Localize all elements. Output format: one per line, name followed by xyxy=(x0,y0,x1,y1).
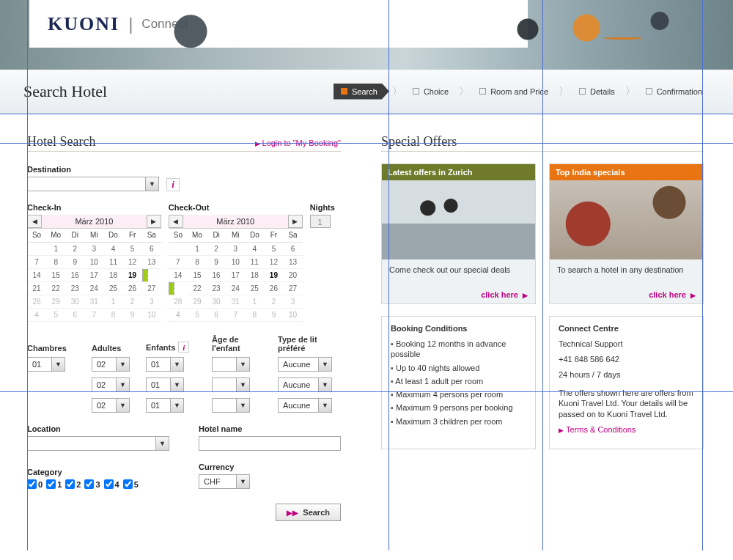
check-in-day[interactable]: 8 xyxy=(46,255,65,268)
check-in-day[interactable]: 7 xyxy=(84,309,103,322)
check-in-day[interactable]: 18 xyxy=(103,268,122,282)
check-out-day[interactable]: 7 xyxy=(226,309,245,322)
check-out-day[interactable]: 11 xyxy=(245,255,264,268)
check-out-day[interactable]: 1 xyxy=(245,295,264,309)
check-out-day[interactable]: 8 xyxy=(245,309,264,322)
category-star-3-checkbox[interactable] xyxy=(84,479,94,489)
check-out-prev-month[interactable]: ◀ xyxy=(169,215,183,228)
check-out-day[interactable]: 20 xyxy=(283,268,302,281)
bed-type-select[interactable]: Aucune▼ xyxy=(278,377,332,392)
check-in-prev-month[interactable]: ◀ xyxy=(27,215,42,228)
category-star-1-checkbox[interactable] xyxy=(46,479,56,489)
check-out-day[interactable]: 2 xyxy=(264,295,283,309)
check-in-day[interactable]: 6 xyxy=(142,242,161,255)
check-out-day[interactable]: 22 xyxy=(188,281,207,295)
check-in-day[interactable]: 1 xyxy=(103,295,122,309)
step-confirmation[interactable]: Confirmation xyxy=(638,84,710,100)
offer-link[interactable]: click here ▶ xyxy=(481,290,528,299)
category-star-3[interactable]: 3 xyxy=(84,479,100,489)
step-room-and-price[interactable]: Room and Price xyxy=(472,84,556,100)
check-in-day[interactable]: 9 xyxy=(123,309,142,322)
check-in-day[interactable]: 15 xyxy=(46,268,65,282)
bed-type-select[interactable]: Aucune▼ xyxy=(278,357,332,372)
check-out-day[interactable]: 7 xyxy=(169,255,188,268)
check-out-day[interactable]: 3 xyxy=(226,242,245,255)
category-star-5-checkbox[interactable] xyxy=(123,479,133,489)
hotel-name-input[interactable] xyxy=(199,436,341,451)
check-out-day[interactable]: 16 xyxy=(207,268,226,281)
check-out-day[interactable]: 10 xyxy=(226,255,245,268)
check-out-next-month[interactable]: ▶ xyxy=(288,215,303,228)
check-in-day[interactable]: 16 xyxy=(65,268,84,282)
check-in-day[interactable] xyxy=(27,242,46,255)
category-star-4-checkbox[interactable] xyxy=(104,479,114,489)
check-in-day[interactable]: 24 xyxy=(84,282,103,295)
check-out-day[interactable]: 26 xyxy=(264,281,283,295)
chevron-down-icon[interactable]: ▼ xyxy=(155,437,169,450)
check-out-day[interactable]: 29 xyxy=(188,295,207,309)
check-out-day[interactable]: 4 xyxy=(245,242,264,255)
check-in-day[interactable]: 2 xyxy=(65,242,84,255)
check-in-day[interactable]: 23 xyxy=(65,282,84,295)
child-age-select[interactable]: ▼ xyxy=(212,398,250,413)
search-button[interactable]: ▶▶ Search xyxy=(276,504,341,521)
check-out-day[interactable]: 9 xyxy=(207,255,226,268)
check-in-day[interactable]: 12 xyxy=(123,255,142,268)
check-out-day[interactable]: 8 xyxy=(188,255,207,268)
check-out-day[interactable]: 17 xyxy=(226,268,245,281)
check-out-day[interactable]: 4 xyxy=(169,309,188,322)
check-in-day[interactable]: 14 xyxy=(27,268,46,282)
check-in-day[interactable]: 8 xyxy=(103,309,122,322)
check-out-day[interactable]: 23 xyxy=(207,281,226,295)
check-out-day[interactable]: 25 xyxy=(245,281,264,295)
check-in-day[interactable]: 7 xyxy=(27,255,46,268)
category-star-4[interactable]: 4 xyxy=(104,479,119,489)
check-in-next-month[interactable]: ▶ xyxy=(147,215,161,228)
terms-conditions-link[interactable]: ▶Terms & Conditions xyxy=(559,425,636,434)
rooms-select[interactable]: 01▼ xyxy=(27,357,65,372)
offer-link[interactable]: click here ▶ xyxy=(649,290,696,299)
check-in-day[interactable]: 19 xyxy=(123,268,142,282)
check-out-day[interactable]: 5 xyxy=(264,242,283,255)
check-in-day[interactable]: 17 xyxy=(84,268,103,282)
check-out-day[interactable]: 9 xyxy=(264,309,283,322)
check-in-day[interactable]: 4 xyxy=(103,242,122,255)
category-star-2[interactable]: 2 xyxy=(65,479,81,489)
check-in-day[interactable]: 4 xyxy=(27,309,46,322)
category-star-1[interactable]: 1 xyxy=(46,479,62,489)
check-out-day[interactable]: 1 xyxy=(188,242,207,255)
check-out-day[interactable]: 2 xyxy=(207,242,226,255)
check-in-day[interactable]: 3 xyxy=(84,242,103,255)
check-in-day[interactable]: 26 xyxy=(123,282,142,295)
info-icon[interactable]: i xyxy=(178,342,189,353)
check-in-day[interactable]: 29 xyxy=(46,295,65,309)
check-in-day[interactable]: 2 xyxy=(123,295,142,309)
adults-select[interactable]: 02▼ xyxy=(92,377,130,392)
currency-select[interactable]: CHF ▼ xyxy=(199,474,250,489)
check-in-day[interactable]: 28 xyxy=(27,295,46,309)
check-in-day[interactable]: 27 xyxy=(142,282,161,295)
category-star-2-checkbox[interactable] xyxy=(65,479,75,489)
child-age-select[interactable]: ▼ xyxy=(212,357,250,372)
check-out-day[interactable]: 21 xyxy=(169,282,174,295)
check-in-day[interactable]: 5 xyxy=(123,242,142,255)
check-out-day[interactable] xyxy=(169,242,188,255)
location-input[interactable] xyxy=(28,437,155,450)
check-out-day[interactable]: 5 xyxy=(188,309,207,322)
check-out-day[interactable]: 28 xyxy=(169,295,188,309)
check-in-day[interactable]: 31 xyxy=(84,295,103,309)
child-age-select[interactable]: ▼ xyxy=(212,377,250,392)
destination-combo[interactable]: ▼ xyxy=(27,177,159,191)
info-icon[interactable]: i xyxy=(166,178,180,191)
check-out-day[interactable]: 13 xyxy=(283,255,302,268)
check-in-day[interactable]: 6 xyxy=(65,309,84,322)
bed-type-select[interactable]: Aucune▼ xyxy=(278,398,332,413)
check-out-day[interactable]: 31 xyxy=(226,295,245,309)
check-out-day[interactable]: 27 xyxy=(283,281,302,295)
check-in-day[interactable]: 5 xyxy=(46,309,65,322)
chevron-down-icon[interactable]: ▼ xyxy=(145,177,158,191)
destination-input[interactable] xyxy=(28,177,145,191)
check-out-day[interactable]: 19 xyxy=(264,268,283,281)
check-out-day[interactable]: 12 xyxy=(264,255,283,268)
category-star-0[interactable]: 0 xyxy=(27,479,43,489)
